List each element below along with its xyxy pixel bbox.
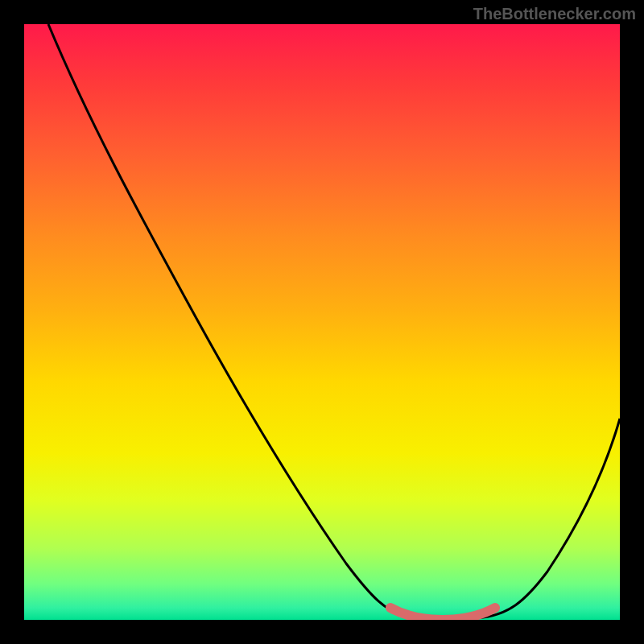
plot-area [24, 24, 620, 620]
bottleneck-curve [48, 24, 620, 620]
watermark-text: TheBottlenecker.com [473, 5, 636, 23]
optimal-range-highlight [390, 608, 495, 620]
chart-container: TheBottlenecker.com [0, 0, 644, 644]
plot-svg [24, 24, 620, 620]
